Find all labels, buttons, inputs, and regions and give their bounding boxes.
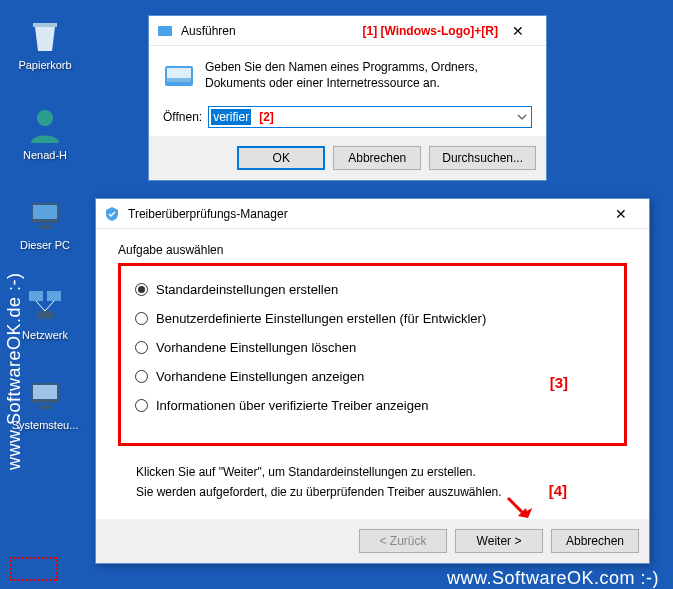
options-group: Standardeinstellungen erstellen Benutzer… bbox=[118, 263, 627, 446]
svg-point-0 bbox=[37, 110, 53, 126]
verifier-dialog-title: Treiberüberprüfungs-Manager bbox=[128, 207, 601, 221]
network-icon bbox=[25, 285, 65, 325]
svg-rect-11 bbox=[39, 405, 51, 409]
this-pc-icon bbox=[25, 195, 65, 235]
control-panel-icon bbox=[25, 375, 65, 415]
browse-button[interactable]: Durchsuchen... bbox=[429, 146, 536, 170]
verifier-dialog-titlebar[interactable]: Treiberüberprüfungs-Manager ✕ bbox=[96, 199, 649, 229]
radio-label: Informationen über verifizierte Treiber … bbox=[156, 398, 428, 413]
radio-option-custom[interactable]: Benutzerdefinierte Einstellungen erstell… bbox=[135, 311, 610, 326]
close-button[interactable]: ✕ bbox=[601, 200, 641, 228]
run-command-input[interactable]: verifier [2] bbox=[208, 106, 532, 128]
next-button[interactable]: Weiter > bbox=[455, 529, 543, 553]
svg-rect-16 bbox=[167, 78, 191, 82]
annotation-2: [2] bbox=[259, 110, 274, 124]
svg-rect-6 bbox=[37, 311, 53, 319]
svg-rect-2 bbox=[33, 205, 57, 219]
radio-label: Standardeinstellungen erstellen bbox=[156, 282, 338, 297]
annotation-4: [4] bbox=[549, 482, 567, 499]
close-button[interactable]: ✕ bbox=[498, 17, 538, 45]
radio-option-info[interactable]: Informationen über verifizierte Treiber … bbox=[135, 398, 610, 413]
run-icon bbox=[157, 23, 173, 39]
run-dialog-buttons: OK Abbrechen Durchsuchen... bbox=[149, 136, 546, 180]
watermark-left: www.SoftwareOK.de :-) bbox=[4, 272, 25, 470]
instruction-line: Klicken Sie auf "Weiter", um Standardein… bbox=[136, 462, 627, 482]
radio-option-delete[interactable]: Vorhandene Einstellungen löschen bbox=[135, 340, 610, 355]
desktop-icon-label: Nenad-H bbox=[10, 149, 80, 161]
radio-label: Vorhandene Einstellungen anzeigen bbox=[156, 369, 364, 384]
group-label: Aufgabe auswählen bbox=[118, 243, 627, 257]
svg-rect-5 bbox=[47, 291, 61, 301]
desktop-icon-user[interactable]: Nenad-H bbox=[10, 105, 80, 161]
dropdown-icon[interactable] bbox=[515, 110, 529, 124]
run-prompt-icon bbox=[163, 60, 195, 92]
radio-option-standard[interactable]: Standardeinstellungen erstellen bbox=[135, 282, 610, 297]
annotation-1: [1] [Windows-Logo]+[R] bbox=[362, 24, 498, 38]
desktop-icon-recycle-bin[interactable]: Papierkorb bbox=[10, 15, 80, 71]
verifier-dialog-buttons: < Zurück Weiter > Abbrechen bbox=[96, 519, 649, 563]
svg-rect-4 bbox=[29, 291, 43, 301]
svg-line-8 bbox=[45, 301, 54, 311]
radio-icon bbox=[135, 399, 148, 412]
run-dialog: Ausführen [1] [Windows-Logo]+[R] ✕ Geben… bbox=[148, 15, 547, 181]
desktop-icon-this-pc[interactable]: Dieser PC bbox=[10, 195, 80, 251]
cancel-button[interactable]: Abbrechen bbox=[551, 529, 639, 553]
back-button: < Zurück bbox=[359, 529, 447, 553]
open-label: Öffnen: bbox=[163, 110, 202, 124]
user-folder-icon bbox=[25, 105, 65, 145]
verifier-icon bbox=[104, 206, 120, 222]
watermark-bottom: www.SoftwareOK.com :-) bbox=[447, 568, 659, 589]
run-input-value: verifier bbox=[211, 109, 251, 125]
selection-rect bbox=[10, 557, 58, 581]
radio-icon bbox=[135, 370, 148, 383]
svg-line-7 bbox=[36, 301, 45, 311]
cancel-button[interactable]: Abbrechen bbox=[333, 146, 421, 170]
ok-button[interactable]: OK bbox=[237, 146, 325, 170]
svg-rect-3 bbox=[39, 225, 51, 229]
svg-rect-13 bbox=[160, 28, 170, 34]
run-dialog-description: Geben Sie den Namen eines Programms, Ord… bbox=[205, 60, 532, 92]
radio-icon bbox=[135, 341, 148, 354]
verifier-dialog: Treiberüberprüfungs-Manager ✕ Aufgabe au… bbox=[95, 198, 650, 564]
radio-label: Benutzerdefinierte Einstellungen erstell… bbox=[156, 311, 486, 326]
run-dialog-titlebar[interactable]: Ausführen [1] [Windows-Logo]+[R] ✕ bbox=[149, 16, 546, 46]
svg-rect-10 bbox=[33, 385, 57, 399]
radio-option-show[interactable]: Vorhandene Einstellungen anzeigen bbox=[135, 369, 610, 384]
recycle-bin-icon bbox=[25, 15, 65, 55]
desktop-icon-label: Dieser PC bbox=[10, 239, 80, 251]
radio-label: Vorhandene Einstellungen löschen bbox=[156, 340, 356, 355]
annotation-3: [3] bbox=[550, 374, 568, 391]
radio-icon bbox=[135, 283, 148, 296]
run-dialog-title: Ausführen bbox=[181, 24, 354, 38]
desktop-icon-label: Papierkorb bbox=[10, 59, 80, 71]
radio-icon bbox=[135, 312, 148, 325]
